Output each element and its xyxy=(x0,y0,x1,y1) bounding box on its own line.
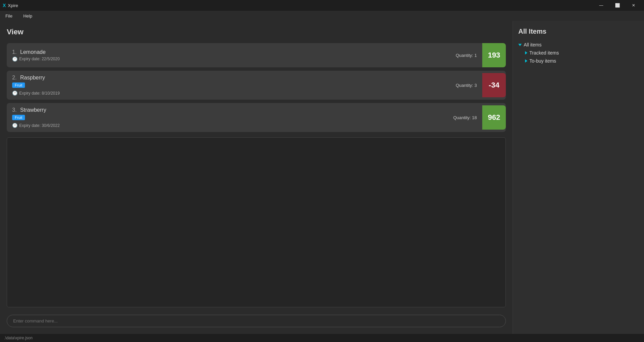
item-name-strawberry: Strawberry xyxy=(20,107,46,113)
item-expiry-raspberry: 🕐 Expiry date: 8/10/2019 xyxy=(12,91,450,96)
status-bar: .\data\xpire.json xyxy=(0,334,644,342)
tree-arrow-down-icon xyxy=(518,44,522,46)
item-title-raspberry: 2. Raspberry xyxy=(12,75,450,81)
item-card-raspberry[interactable]: 2. Raspberry Fruit 🕐 Expiry date: 8/10/2… xyxy=(7,71,506,100)
menu-file[interactable]: File xyxy=(3,12,15,20)
title-bar-controls: — ⬜ ✕ xyxy=(593,0,641,11)
item-expiry-lemonade: 🕐 Expiry date: 22/5/2020 xyxy=(12,57,450,62)
minimize-button[interactable]: — xyxy=(593,0,609,11)
right-panel: All Items All items Tracked items To-buy… xyxy=(513,21,644,334)
command-input[interactable] xyxy=(7,315,506,327)
clock-icon-3: 🕐 xyxy=(12,123,18,128)
clock-icon-1: 🕐 xyxy=(12,57,18,62)
app-icon: X xyxy=(3,3,6,8)
app-title: Xpire xyxy=(8,3,18,8)
item-card-content-strawberry: 3. Strawberry Fruit 🕐 Expiry date: 30/6/… xyxy=(7,103,453,132)
right-panel-title: All Items xyxy=(518,28,639,35)
item-name-lemonade: Lemonade xyxy=(20,49,46,55)
tree-label-all-items: All items xyxy=(524,42,542,47)
console-area xyxy=(7,137,506,307)
tree-item-all-items[interactable]: All items xyxy=(518,41,639,49)
item-card-strawberry[interactable]: 3. Strawberry Fruit 🕐 Expiry date: 30/6/… xyxy=(7,103,506,132)
status-path: .\data\xpire.json xyxy=(4,336,33,340)
main-layout: View 1. Lemonade 🕐 Expiry date: 22/5/202… xyxy=(0,21,644,334)
item-quantity-raspberry: Quantity: 3 xyxy=(456,83,477,88)
item-tag-raspberry: Fruit xyxy=(12,82,25,88)
tree-label-tobuy: To-buy items xyxy=(529,58,556,64)
item-quantity-lemonade: Quantity: 1 xyxy=(456,53,477,58)
expiry-text-lemonade: Expiry date: 22/5/2020 xyxy=(19,57,60,61)
items-list: 1. Lemonade 🕐 Expiry date: 22/5/2020 Qua… xyxy=(7,43,506,132)
tree-item-tracked[interactable]: Tracked items xyxy=(518,49,639,57)
item-score-strawberry: 962 xyxy=(482,105,506,130)
item-number-3: 3. xyxy=(12,107,17,113)
item-tag-strawberry: Fruit xyxy=(12,115,25,120)
item-number-1: 1. xyxy=(12,49,17,55)
item-card-content-lemonade: 1. Lemonade 🕐 Expiry date: 22/5/2020 xyxy=(7,45,456,66)
item-card-right-strawberry: Quantity: 18 962 xyxy=(453,105,506,130)
item-expiry-strawberry: 🕐 Expiry date: 30/6/2022 xyxy=(12,123,448,128)
expiry-text-strawberry: Expiry date: 30/6/2022 xyxy=(19,123,60,128)
title-bar: X Xpire — ⬜ ✕ xyxy=(0,0,644,11)
item-number-2: 2. xyxy=(12,75,17,80)
item-card-content-raspberry: 2. Raspberry Fruit 🕐 Expiry date: 8/10/2… xyxy=(7,71,456,100)
item-title-lemonade: 1. Lemonade xyxy=(12,49,450,55)
expiry-text-raspberry: Expiry date: 8/10/2019 xyxy=(19,91,60,96)
maximize-button[interactable]: ⬜ xyxy=(610,0,625,11)
view-title: View xyxy=(7,28,506,36)
tree-arrow-right-icon-tracked xyxy=(525,51,527,55)
tree-label-tracked: Tracked items xyxy=(529,50,559,56)
item-score-lemonade: 193 xyxy=(482,43,506,67)
tree-item-tobuy[interactable]: To-buy items xyxy=(518,57,639,65)
item-name-raspberry: Raspberry xyxy=(20,75,45,80)
command-input-wrap xyxy=(7,315,506,327)
item-card-right-raspberry: Quantity: 3 -34 xyxy=(456,73,506,97)
tree-arrow-right-icon-tobuy xyxy=(525,59,527,63)
item-card-lemonade[interactable]: 1. Lemonade 🕐 Expiry date: 22/5/2020 Qua… xyxy=(7,43,506,67)
item-card-right-lemonade: Quantity: 1 193 xyxy=(456,43,506,67)
menu-bar: File Help xyxy=(0,11,644,21)
close-button[interactable]: ✕ xyxy=(626,0,641,11)
item-quantity-strawberry: Quantity: 18 xyxy=(453,115,477,120)
title-bar-left: X Xpire xyxy=(3,3,18,8)
menu-help[interactable]: Help xyxy=(21,12,35,20)
item-title-strawberry: 3. Strawberry xyxy=(12,107,448,113)
left-panel: View 1. Lemonade 🕐 Expiry date: 22/5/202… xyxy=(0,21,513,334)
clock-icon-2: 🕐 xyxy=(12,91,18,96)
item-score-raspberry: -34 xyxy=(482,73,506,97)
